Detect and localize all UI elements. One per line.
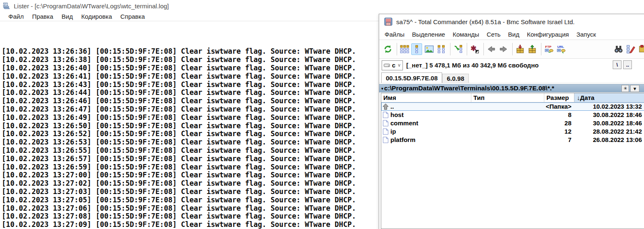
toolbar-separator (512, 43, 513, 55)
file-row[interactable]: host 8 30.08.2022 18:46 (381, 111, 644, 119)
thumbnails-button[interactable] (423, 43, 434, 55)
branch-view-icon (453, 45, 463, 54)
file-row[interactable]: platform 7 26.08.2022 13:06 (381, 136, 644, 144)
tc-menu-item[interactable]: Команды (449, 31, 483, 38)
full-view-button[interactable] (411, 43, 422, 55)
drive-selector[interactable]: c ∨ (382, 60, 403, 70)
file-row[interactable]: comment 28 30.08.2022 18:46 (381, 119, 644, 127)
log-line: [10.02.2023 13:26:57] [00:15:5D:9F:7E:08… (2, 155, 377, 163)
unpack-button[interactable] (527, 43, 538, 55)
file-type (471, 127, 544, 136)
refresh-icon (383, 45, 392, 54)
folder-tab[interactable]: 6.0.98 (442, 74, 469, 83)
lister-menu-item[interactable]: Справка (116, 13, 149, 20)
multi-rename-button[interactable] (625, 43, 636, 55)
sort-arrow-icon: ↓ (577, 94, 580, 101)
url-button[interactable]: URL (556, 43, 566, 55)
file-icon (382, 137, 389, 143)
log-line: [10.02.2023 13:27:09] [00:15:5D:9F:7E:08… (2, 221, 377, 229)
drive-free-space: [_нет_] 5 478,1 Мб из 40 342,9 Мб свобод… (406, 62, 538, 69)
log-line: [10.02.2023 13:27:03] [00:15:5D:9F:7E:08… (2, 188, 377, 196)
file-size: 8 (544, 111, 574, 119)
total-commander-window: sa75^ - Total Commander (x64) 8.51a - Bm… (379, 14, 644, 229)
url-icon: URL (556, 45, 566, 54)
unpack-icon (528, 45, 537, 54)
refresh-button[interactable] (382, 43, 393, 55)
file-list: .. <Папка> 10.02.2023 13:32 (381, 102, 644, 144)
toolbar-separator (397, 43, 397, 55)
path-history-arrow-icon[interactable]: ▾ (381, 86, 383, 91)
file-row[interactable]: ip 12 28.08.2022 21:42 (381, 127, 644, 136)
branch-view-button[interactable] (453, 43, 463, 55)
lister-menu-item[interactable]: Файл (4, 13, 28, 20)
log-content: [10.02.2023 13:26:36] [00:15:5D:9F:7E:08… (2, 23, 377, 229)
back-arrow-icon (487, 45, 496, 54)
log-line: [10.02.2023 13:26:52] [00:15:5D:9F:7E:08… (2, 130, 377, 138)
lister-window-title: Lister - [c:\ProgramData\WTware\Logs\wtc… (14, 2, 169, 10)
tree-view-button[interactable] (436, 43, 447, 55)
column-header-size[interactable]: Размер (544, 93, 574, 102)
tc-menu-item[interactable]: Запуск (573, 31, 600, 38)
chevron-down-icon: ∨ (397, 62, 401, 68)
path-filter-button[interactable]: ✳ (621, 85, 629, 92)
file-row[interactable]: .. <Папка> 10.02.2023 13:32 (381, 102, 644, 111)
tc-menu-item[interactable]: Конфигурация (523, 31, 573, 38)
forward-arrow-icon (499, 45, 508, 54)
drive-letter: c (392, 62, 395, 69)
column-header-date[interactable]: ↓Дата (574, 93, 644, 102)
toolbar-partial-button[interactable] (637, 43, 644, 55)
lister-menubar: ФайлПравкаВидКодировкаСправка (0, 12, 379, 21)
toolbar-separator (483, 43, 484, 55)
pack-icon (516, 45, 525, 54)
file-date: 30.08.2022 18:46 (574, 111, 644, 119)
tc-menu-item[interactable]: Файлы (381, 31, 408, 38)
log-line: [10.02.2023 13:26:44] [00:15:5D:9F:7E:08… (2, 89, 377, 97)
file-date: 26.08.2022 13:06 (574, 136, 644, 144)
parent-dir-button[interactable]: .. (623, 60, 632, 69)
log-line: [10.02.2023 13:26:41] [00:15:5D:9F:7E:08… (2, 72, 377, 81)
file-type (471, 136, 544, 144)
log-line: [10.02.2023 13:26:50] [00:15:5D:9F:7E:08… (2, 122, 377, 130)
back-button[interactable] (486, 43, 497, 55)
search-binoculars-icon (614, 45, 623, 54)
column-header-type[interactable]: Тип (471, 93, 544, 102)
updir-icon (382, 103, 389, 110)
lister-window: Lister - [c:\ProgramData\WTware\Logs\wtc… (0, 0, 379, 229)
pack-button[interactable] (515, 43, 526, 55)
brief-view-icon (400, 45, 409, 54)
log-line: [10.02.2023 13:26:46] [00:15:5D:9F:7E:08… (2, 97, 377, 105)
file-icon (382, 120, 389, 127)
ftp-connect-button[interactable]: FTP (543, 43, 554, 55)
log-line: [10.02.2023 13:27:06] [00:15:5D:9F:7E:08… (2, 204, 377, 213)
brief-view-button[interactable] (399, 43, 410, 55)
file-type (471, 119, 544, 127)
show-all-icon: ✱ (470, 45, 479, 54)
file-date: 30.08.2022 18:46 (574, 119, 644, 127)
tc-titlebar: sa75^ - Total Commander (x64) 8.51a - Bm… (379, 14, 644, 29)
search-button[interactable] (613, 43, 624, 55)
log-line: [10.02.2023 13:26:53] [00:15:5D:9F:7E:08… (2, 138, 377, 147)
root-dir-button[interactable]: \ (613, 60, 621, 69)
file-name: comment (390, 119, 418, 127)
tc-path-bar[interactable]: ▾ c:\ProgramData\WTware\Terminals\00.15.… (379, 84, 644, 92)
path-dropdown-button[interactable]: ▼ (630, 85, 639, 92)
toolbar-separator (450, 43, 450, 55)
log-line: [10.02.2023 13:27:00] [00:15:5D:9F:7E:08… (2, 171, 377, 179)
forward-button[interactable] (498, 43, 509, 55)
log-line: [10.02.2023 13:27:05] [00:15:5D:9F:7E:08… (2, 196, 377, 204)
file-panel: Имя Тип Размер ↓Дата (381, 93, 644, 229)
column-header-name[interactable]: Имя (381, 93, 471, 102)
tc-menu-item[interactable]: Вид (504, 31, 523, 38)
tc-menu-item[interactable]: Выделение (408, 31, 449, 38)
file-size: 12 (544, 127, 574, 136)
folder-tab[interactable]: 00.15.5D.9F.7E.08 (381, 72, 442, 83)
log-line: [10.02.2023 13:26:36] [00:15:5D:9F:7E:08… (2, 47, 377, 56)
file-name: ip (390, 127, 396, 136)
lister-menu-item[interactable]: Кодировка (77, 13, 116, 20)
lister-menu-item[interactable]: Правка (28, 13, 58, 20)
log-line: [10.02.2023 13:26:40] [00:15:5D:9F:7E:08… (2, 64, 377, 72)
log-line: [10.02.2023 13:27:02] [00:15:5D:9F:7E:08… (2, 179, 377, 188)
show-all-button[interactable]: ✱ (469, 43, 480, 55)
tc-menu-item[interactable]: Сеть (483, 31, 504, 38)
lister-menu-item[interactable]: Вид (58, 13, 77, 20)
